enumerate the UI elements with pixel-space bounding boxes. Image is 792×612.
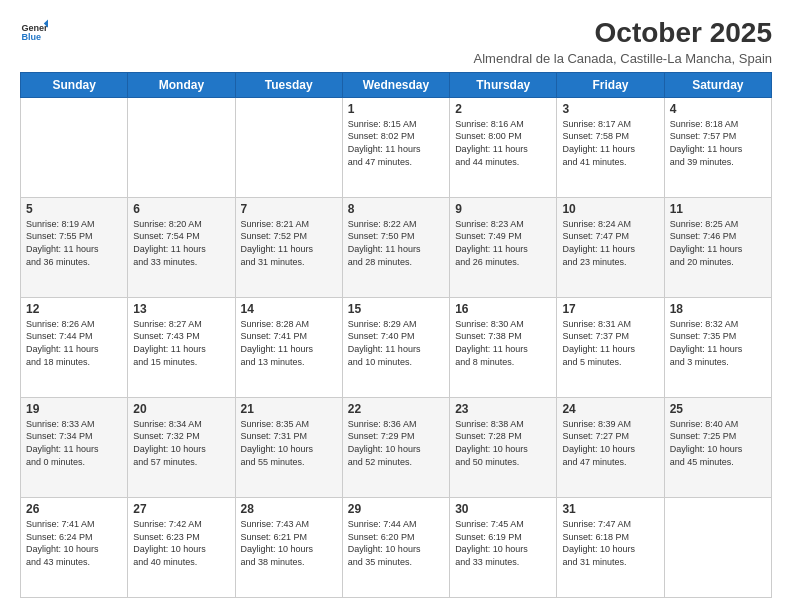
calendar-cell: 14Sunrise: 8:28 AM Sunset: 7:41 PM Dayli… [235, 297, 342, 397]
calendar-cell: 22Sunrise: 8:36 AM Sunset: 7:29 PM Dayli… [342, 397, 449, 497]
calendar-cell: 28Sunrise: 7:43 AM Sunset: 6:21 PM Dayli… [235, 497, 342, 597]
day-number: 23 [455, 402, 551, 416]
day-number: 30 [455, 502, 551, 516]
calendar-cell [21, 97, 128, 197]
day-info: Sunrise: 7:45 AM Sunset: 6:19 PM Dayligh… [455, 518, 551, 568]
day-number: 1 [348, 102, 444, 116]
day-info: Sunrise: 8:28 AM Sunset: 7:41 PM Dayligh… [241, 318, 337, 368]
svg-text:Blue: Blue [21, 32, 41, 42]
logo: General Blue [20, 18, 48, 46]
calendar-cell: 30Sunrise: 7:45 AM Sunset: 6:19 PM Dayli… [450, 497, 557, 597]
logo-icon: General Blue [20, 18, 48, 46]
calendar-cell: 17Sunrise: 8:31 AM Sunset: 7:37 PM Dayli… [557, 297, 664, 397]
day-number: 4 [670, 102, 766, 116]
weekday-header-friday: Friday [557, 72, 664, 97]
day-number: 18 [670, 302, 766, 316]
day-info: Sunrise: 8:18 AM Sunset: 7:57 PM Dayligh… [670, 118, 766, 168]
day-number: 13 [133, 302, 229, 316]
calendar-header: SundayMondayTuesdayWednesdayThursdayFrid… [21, 72, 772, 97]
day-number: 14 [241, 302, 337, 316]
day-info: Sunrise: 8:15 AM Sunset: 8:02 PM Dayligh… [348, 118, 444, 168]
calendar-cell: 12Sunrise: 8:26 AM Sunset: 7:44 PM Dayli… [21, 297, 128, 397]
day-number: 5 [26, 202, 122, 216]
day-number: 31 [562, 502, 658, 516]
day-info: Sunrise: 8:31 AM Sunset: 7:37 PM Dayligh… [562, 318, 658, 368]
day-number: 20 [133, 402, 229, 416]
day-info: Sunrise: 8:17 AM Sunset: 7:58 PM Dayligh… [562, 118, 658, 168]
day-info: Sunrise: 8:16 AM Sunset: 8:00 PM Dayligh… [455, 118, 551, 168]
day-number: 6 [133, 202, 229, 216]
day-info: Sunrise: 8:29 AM Sunset: 7:40 PM Dayligh… [348, 318, 444, 368]
weekday-header-tuesday: Tuesday [235, 72, 342, 97]
day-info: Sunrise: 8:40 AM Sunset: 7:25 PM Dayligh… [670, 418, 766, 468]
day-number: 19 [26, 402, 122, 416]
day-number: 7 [241, 202, 337, 216]
day-number: 3 [562, 102, 658, 116]
location-title: Almendral de la Canada, Castille-La Manc… [474, 51, 772, 66]
day-info: Sunrise: 8:24 AM Sunset: 7:47 PM Dayligh… [562, 218, 658, 268]
calendar-cell: 15Sunrise: 8:29 AM Sunset: 7:40 PM Dayli… [342, 297, 449, 397]
day-info: Sunrise: 8:30 AM Sunset: 7:38 PM Dayligh… [455, 318, 551, 368]
day-info: Sunrise: 7:44 AM Sunset: 6:20 PM Dayligh… [348, 518, 444, 568]
calendar: SundayMondayTuesdayWednesdayThursdayFrid… [20, 72, 772, 598]
calendar-cell: 13Sunrise: 8:27 AM Sunset: 7:43 PM Dayli… [128, 297, 235, 397]
day-info: Sunrise: 8:38 AM Sunset: 7:28 PM Dayligh… [455, 418, 551, 468]
calendar-cell: 21Sunrise: 8:35 AM Sunset: 7:31 PM Dayli… [235, 397, 342, 497]
weekday-header-saturday: Saturday [664, 72, 771, 97]
calendar-cell: 23Sunrise: 8:38 AM Sunset: 7:28 PM Dayli… [450, 397, 557, 497]
day-info: Sunrise: 8:22 AM Sunset: 7:50 PM Dayligh… [348, 218, 444, 268]
calendar-cell: 10Sunrise: 8:24 AM Sunset: 7:47 PM Dayli… [557, 197, 664, 297]
day-info: Sunrise: 8:26 AM Sunset: 7:44 PM Dayligh… [26, 318, 122, 368]
day-info: Sunrise: 8:25 AM Sunset: 7:46 PM Dayligh… [670, 218, 766, 268]
day-info: Sunrise: 8:21 AM Sunset: 7:52 PM Dayligh… [241, 218, 337, 268]
day-number: 22 [348, 402, 444, 416]
title-block: October 2025 Almendral de la Canada, Cas… [474, 18, 772, 66]
day-number: 24 [562, 402, 658, 416]
day-number: 28 [241, 502, 337, 516]
day-number: 8 [348, 202, 444, 216]
calendar-cell: 5Sunrise: 8:19 AM Sunset: 7:55 PM Daylig… [21, 197, 128, 297]
month-title: October 2025 [474, 18, 772, 49]
calendar-cell: 20Sunrise: 8:34 AM Sunset: 7:32 PM Dayli… [128, 397, 235, 497]
day-info: Sunrise: 7:43 AM Sunset: 6:21 PM Dayligh… [241, 518, 337, 568]
calendar-cell: 8Sunrise: 8:22 AM Sunset: 7:50 PM Daylig… [342, 197, 449, 297]
day-info: Sunrise: 7:42 AM Sunset: 6:23 PM Dayligh… [133, 518, 229, 568]
day-number: 12 [26, 302, 122, 316]
day-number: 29 [348, 502, 444, 516]
day-number: 21 [241, 402, 337, 416]
calendar-cell: 6Sunrise: 8:20 AM Sunset: 7:54 PM Daylig… [128, 197, 235, 297]
weekday-header-thursday: Thursday [450, 72, 557, 97]
calendar-cell: 25Sunrise: 8:40 AM Sunset: 7:25 PM Dayli… [664, 397, 771, 497]
day-info: Sunrise: 7:41 AM Sunset: 6:24 PM Dayligh… [26, 518, 122, 568]
day-info: Sunrise: 8:35 AM Sunset: 7:31 PM Dayligh… [241, 418, 337, 468]
calendar-cell: 2Sunrise: 8:16 AM Sunset: 8:00 PM Daylig… [450, 97, 557, 197]
day-info: Sunrise: 8:34 AM Sunset: 7:32 PM Dayligh… [133, 418, 229, 468]
weekday-header-sunday: Sunday [21, 72, 128, 97]
calendar-cell [664, 497, 771, 597]
calendar-cell: 18Sunrise: 8:32 AM Sunset: 7:35 PM Dayli… [664, 297, 771, 397]
calendar-cell: 24Sunrise: 8:39 AM Sunset: 7:27 PM Dayli… [557, 397, 664, 497]
day-info: Sunrise: 7:47 AM Sunset: 6:18 PM Dayligh… [562, 518, 658, 568]
calendar-cell: 3Sunrise: 8:17 AM Sunset: 7:58 PM Daylig… [557, 97, 664, 197]
day-info: Sunrise: 8:23 AM Sunset: 7:49 PM Dayligh… [455, 218, 551, 268]
calendar-cell: 11Sunrise: 8:25 AM Sunset: 7:46 PM Dayli… [664, 197, 771, 297]
day-info: Sunrise: 8:39 AM Sunset: 7:27 PM Dayligh… [562, 418, 658, 468]
page-header: General Blue October 2025 Almendral de l… [20, 18, 772, 66]
calendar-cell: 9Sunrise: 8:23 AM Sunset: 7:49 PM Daylig… [450, 197, 557, 297]
day-number: 16 [455, 302, 551, 316]
calendar-cell: 27Sunrise: 7:42 AM Sunset: 6:23 PM Dayli… [128, 497, 235, 597]
calendar-cell: 26Sunrise: 7:41 AM Sunset: 6:24 PM Dayli… [21, 497, 128, 597]
day-info: Sunrise: 8:19 AM Sunset: 7:55 PM Dayligh… [26, 218, 122, 268]
calendar-cell: 19Sunrise: 8:33 AM Sunset: 7:34 PM Dayli… [21, 397, 128, 497]
day-number: 25 [670, 402, 766, 416]
day-info: Sunrise: 8:20 AM Sunset: 7:54 PM Dayligh… [133, 218, 229, 268]
day-info: Sunrise: 8:36 AM Sunset: 7:29 PM Dayligh… [348, 418, 444, 468]
weekday-header-monday: Monday [128, 72, 235, 97]
calendar-cell: 29Sunrise: 7:44 AM Sunset: 6:20 PM Dayli… [342, 497, 449, 597]
day-number: 15 [348, 302, 444, 316]
day-info: Sunrise: 8:27 AM Sunset: 7:43 PM Dayligh… [133, 318, 229, 368]
day-number: 9 [455, 202, 551, 216]
calendar-cell: 1Sunrise: 8:15 AM Sunset: 8:02 PM Daylig… [342, 97, 449, 197]
calendar-cell [128, 97, 235, 197]
day-info: Sunrise: 8:33 AM Sunset: 7:34 PM Dayligh… [26, 418, 122, 468]
